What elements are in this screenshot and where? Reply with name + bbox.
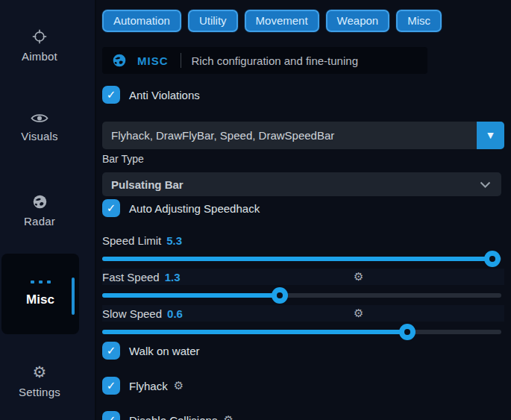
sidebar-item-label: Settings	[0, 386, 79, 398]
select-value: Pulsating Bar	[111, 178, 480, 191]
sidebar-item-label: Aimbot	[0, 50, 79, 63]
dropdown-open-button[interactable]: ▼	[477, 122, 504, 149]
gear-icon[interactable]: ⚙	[354, 270, 363, 283]
category-tabs: Automation Utility Movement Weapon Misc	[102, 10, 442, 32]
slider-fill	[102, 257, 492, 261]
tab-automation[interactable]: Automation	[102, 10, 181, 32]
sidebar-item-misc[interactable]: Misc	[1, 254, 79, 334]
checkbox-label: Disable Collisions	[129, 414, 217, 420]
gear-icon[interactable]: ⚙	[174, 379, 184, 392]
sidebar-item-aimbot[interactable]: Aimbot	[0, 28, 79, 63]
arrow-down-icon: ▼	[487, 131, 493, 140]
checkbox-label: Auto Adjusting Speedhack	[129, 202, 260, 215]
dots-icon	[1, 280, 79, 283]
globe-icon	[112, 53, 127, 68]
checkmark-icon: ✓	[107, 90, 116, 101]
slider-value: 0.6	[167, 307, 183, 320]
checkmark-icon: ✓	[107, 345, 116, 357]
section-subtitle: Rich configuration and fine-tuning	[192, 54, 358, 67]
checkbox-label: Flyhack	[129, 380, 168, 392]
checkbox-checked[interactable]: ✓	[102, 411, 120, 420]
slider-thumb[interactable]	[484, 251, 501, 267]
gear-icon[interactable]: ⚙	[223, 413, 233, 420]
tab-movement[interactable]: Movement	[245, 10, 319, 32]
slider-label: Speed Limit	[102, 234, 161, 247]
auto-adjusting-speedhack-checkbox-row[interactable]: ✓ Auto Adjusting Speedhack	[102, 199, 260, 217]
checkbox-label: Walk on water	[129, 345, 199, 357]
gear-icon: ⚙	[0, 364, 79, 380]
sidebar-item-label: Visuals	[0, 130, 79, 142]
slider-thumb[interactable]	[399, 324, 416, 340]
tab-utility[interactable]: Utility	[188, 10, 238, 32]
slow-speed-slider[interactable]	[102, 324, 501, 340]
checkbox-checked[interactable]: ✓	[102, 342, 120, 360]
tab-misc[interactable]: Misc	[396, 10, 442, 32]
checkmark-icon: ✓	[107, 380, 116, 392]
anti-violations-checkbox-row[interactable]: ✓ Anti Violations	[102, 86, 200, 104]
flyhack-checkbox-row[interactable]: ✓ Flyhack ⚙	[102, 377, 184, 395]
slider-label: Slow Speed	[102, 307, 162, 320]
slider-value: 1.3	[165, 271, 181, 283]
tab-weapon[interactable]: Weapon	[326, 10, 390, 32]
multiselect-value: Flyhack, DrawFlyBar, Speed, DrawSpeedBar	[111, 129, 477, 142]
sidebar-item-label: Radar	[0, 215, 79, 228]
sidebar-item-radar[interactable]: Radar	[0, 194, 79, 228]
speed-limit-label-row: Speed Limit 5.3	[102, 232, 504, 248]
violations-multiselect[interactable]: Flyhack, DrawFlyBar, Speed, DrawSpeedBar…	[102, 122, 504, 149]
checkbox-checked[interactable]: ✓	[102, 86, 120, 104]
chevron-down-icon	[480, 181, 491, 188]
checkmark-icon: ✓	[107, 415, 116, 420]
section-title: MISC	[137, 54, 169, 67]
disable-collisions-checkbox-row[interactable]: ✓ Disable Collisions ⚙	[102, 411, 233, 420]
slider-fill	[102, 293, 280, 298]
sidebar-item-label: Misc	[1, 292, 79, 307]
fast-speed-label-row: Fast Speed 1.3 ⚙	[102, 269, 504, 285]
slow-speed-label-row: Slow Speed 0.6 ⚙	[102, 305, 504, 322]
crosshair-icon	[0, 28, 79, 45]
walk-on-water-checkbox-row[interactable]: ✓ Walk on water	[102, 342, 199, 360]
globe-icon	[0, 194, 79, 210]
sidebar: Aimbot Visuals Radar Misc ⚙ Settings	[0, 0, 96, 420]
bar-type-label: Bar Type	[102, 153, 144, 165]
checkbox-label: Anti Violations	[129, 89, 200, 101]
active-indicator-bar	[72, 278, 75, 315]
slider-fill	[102, 330, 407, 334]
checkbox-checked[interactable]: ✓	[102, 377, 120, 395]
banner-divider	[181, 53, 181, 68]
section-banner: MISC Rich configuration and fine-tuning	[102, 47, 427, 74]
sidebar-item-settings[interactable]: ⚙ Settings	[0, 364, 79, 398]
gear-icon[interactable]: ⚙	[354, 307, 363, 320]
checkbox-checked[interactable]: ✓	[102, 199, 120, 217]
bar-type-select[interactable]: Pulsating Bar	[102, 172, 501, 196]
eye-icon	[0, 112, 79, 125]
speed-limit-slider[interactable]	[102, 251, 501, 267]
slider-value: 5.3	[166, 234, 182, 247]
checkmark-icon: ✓	[107, 203, 116, 214]
fast-speed-slider[interactable]	[102, 287, 501, 304]
main-content: Automation Utility Movement Weapon Misc …	[102, 0, 504, 420]
sidebar-item-visuals[interactable]: Visuals	[0, 112, 79, 142]
slider-thumb[interactable]	[272, 287, 288, 304]
slider-label: Fast Speed	[102, 271, 160, 283]
